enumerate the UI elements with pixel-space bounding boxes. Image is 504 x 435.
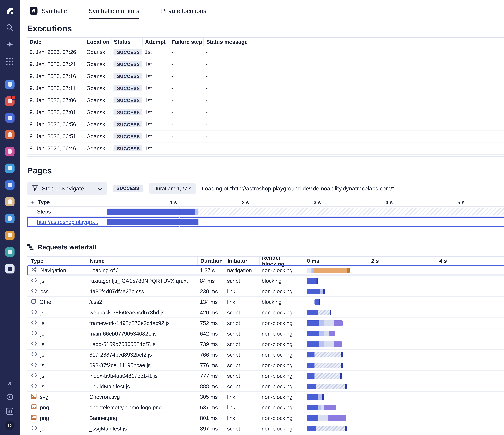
executions-cell: SUCCESS: [111, 85, 142, 91]
expand-sidebar-icon[interactable]: »: [5, 378, 15, 388]
user-avatar[interactable]: D: [5, 421, 15, 430]
request-timing-bar: [307, 415, 346, 421]
waterfall-row[interactable]: js_buildManifest.js888 msscriptnon-block…: [27, 381, 504, 392]
bar-segment: [324, 320, 334, 326]
bar-segment: [347, 268, 350, 273]
notification-dot: [11, 95, 16, 100]
waterfall-tick-label: 0 ms: [307, 257, 319, 265]
request-duration-cell: 305 ms: [198, 394, 225, 400]
funnel-icon: [32, 185, 38, 192]
app-icon-problems[interactable]: [5, 96, 15, 106]
plus-icon[interactable]: +: [31, 199, 35, 206]
timeline-row[interactable]: http://astroshop.playgro...: [27, 217, 504, 227]
request-render-blocking-cell: non-blocking: [259, 267, 304, 273]
ai-sparkle-icon[interactable]: [5, 39, 15, 49]
request-render-blocking-cell: non-blocking: [259, 288, 304, 295]
request-timing-cell: [304, 413, 504, 423]
sidebar-app-icons: [5, 79, 15, 274]
dynatrace-logo[interactable]: [5, 6, 15, 16]
pages-timeline-table: + Type 1 s2 s3 s4 s5 s6 s7 s8 s9 s Steps…: [27, 198, 504, 227]
waterfall-row[interactable]: pngBanner.png801 mslinknon-blocking: [27, 413, 504, 424]
bar-segment: [318, 310, 330, 315]
waterfall-gridline: [375, 329, 375, 339]
waterfall-gridline: [375, 318, 375, 328]
bar-segment: [315, 299, 319, 305]
usage-chart-icon[interactable]: [5, 406, 15, 416]
table-row[interactable]: 9. Jan. 2026, 06:56GdanskSUCCESS1st--1,1…: [27, 118, 504, 130]
waterfall-row[interactable]: jswebpack-38f60eae5cd673bd.js420 msscrip…: [27, 307, 504, 318]
executions-cell: 1st: [142, 121, 169, 127]
waterfall-row[interactable]: jsindex-b9b4aa04817ec141.js777 msscriptn…: [27, 371, 504, 381]
table-row[interactable]: 9. Jan. 2026, 07:26GdanskSUCCESS1st--1,1…: [27, 46, 504, 58]
table-row[interactable]: 9. Jan. 2026, 07:16GdanskSUCCESS1st--1,2…: [27, 70, 504, 82]
waterfall-row[interactable]: jsruxitagentjs_ICA15789NPQRTUVXfqrux_...…: [27, 276, 504, 286]
waterfall-row[interactable]: js_app-5159b75365824bf7.js739 msscriptno…: [27, 339, 504, 350]
waterfall-row[interactable]: jsframework-1492b273e2c4ac92.js752 msscr…: [27, 318, 504, 329]
request-timing-cell: [304, 286, 504, 296]
app-icon-observability[interactable]: [5, 79, 15, 89]
bar-segment: [328, 415, 346, 421]
app-icon-storage[interactable]: [5, 214, 15, 223]
app-icon-cloud[interactable]: [5, 197, 15, 207]
waterfall-row[interactable]: js817-23874bcd8932bcf2.js766 msscriptnon…: [27, 350, 504, 360]
waterfall-col-header: Name: [87, 257, 198, 265]
app-icon-kubernetes[interactable]: [5, 113, 15, 123]
request-render-blocking-cell: non-blocking: [259, 309, 304, 316]
table-row[interactable]: 9. Jan. 2026, 07:21GdanskSUCCESS1st--1,2…: [27, 58, 504, 70]
app-icon-workflows[interactable]: [5, 230, 15, 240]
app-icon-services[interactable]: [5, 147, 15, 156]
waterfall-row[interactable]: js_ssgManifest.js897 msscriptnon-blockin…: [27, 423, 504, 434]
waterfall-row[interactable]: NavigationLoading of /1,27 snavigationno…: [27, 265, 504, 276]
step-filter-dropdown[interactable]: Step 1: Navigate: [27, 182, 107, 195]
request-timing-bar: [307, 405, 336, 410]
app-root: »D Synthetic Synthetic monitors Private …: [0, 0, 504, 435]
request-type-cell: svg: [27, 394, 87, 400]
waterfall-row[interactable]: svgChevron.svg305 mslinknon-blocking: [27, 392, 504, 402]
app-icon-services-glyph: [5, 147, 15, 156]
bar-segment: [307, 310, 318, 315]
executions-col-header: Attempt: [142, 38, 169, 46]
page-url-link[interactable]: http://astroshop.playgro...: [37, 219, 98, 225]
table-row[interactable]: 9. Jan. 2026, 07:06GdanskSUCCESS1st--1,2…: [27, 94, 504, 106]
tab-private-locations[interactable]: Private locations: [161, 7, 206, 14]
waterfall-row[interactable]: pngopentelemetry-demo-logo.png537 mslink…: [27, 402, 504, 413]
waterfall-row[interactable]: js698-87f2ce111195bcae.js776 msscriptnon…: [27, 360, 504, 371]
table-row[interactable]: 9. Jan. 2026, 07:11GdanskSUCCESS1st--1,2…: [27, 82, 504, 94]
synthetic-app-icon: [30, 7, 37, 15]
app-icon-web[interactable]: [5, 180, 15, 190]
table-row[interactable]: 9. Jan. 2026, 07:01GdanskSUCCESS1st--1,1…: [27, 106, 504, 118]
executions-cell: 1st: [142, 109, 169, 115]
request-type-cell: js: [27, 341, 87, 347]
waterfall-title: Requests waterfall: [37, 243, 96, 251]
table-row[interactable]: 9. Jan. 2026, 06:51GdanskSUCCESS1st--1,3…: [27, 130, 504, 143]
app-icon-security[interactable]: [5, 130, 15, 139]
request-render-blocking-cell: non-blocking: [259, 426, 304, 432]
waterfall-row[interactable]: css4a86f4d07dfbe27c.css230 mslinknon-blo…: [27, 286, 504, 297]
request-timing-bar: [307, 289, 325, 294]
app-icon-database[interactable]: [5, 247, 15, 257]
executions-cell: Gdansk: [84, 145, 111, 151]
topnav-tabs: Synthetic monitors Private locations: [89, 7, 206, 14]
timeline-gridline: [323, 217, 323, 227]
page-loading-label: Loading of "http://astroshop.playground-…: [202, 185, 394, 192]
app-icon-infrastructure[interactable]: [5, 163, 15, 173]
bar-segment: [320, 289, 323, 294]
request-duration-cell: 739 ms: [198, 341, 225, 347]
timeline-row[interactable]: Steps: [27, 207, 504, 217]
bar-segment: [316, 278, 319, 284]
search-icon[interactable]: [5, 23, 15, 33]
tab-synthetic-monitors[interactable]: Synthetic monitors: [89, 7, 139, 14]
app-brand[interactable]: Synthetic: [30, 7, 67, 15]
table-row[interactable]: 9. Jan. 2026, 06:41GdanskSUCCESS1st--1,7…: [27, 155, 504, 157]
app-icon-synthetic-active[interactable]: [5, 264, 15, 274]
waterfall-row[interactable]: jsmain-66eb077905340821.js642 msscriptno…: [27, 329, 504, 339]
request-name-cell: index-b9b4aa04817ec141.js: [87, 373, 198, 379]
pages-title: Pages: [27, 166, 52, 175]
request-type-cell: png: [27, 404, 87, 410]
table-row[interactable]: 9. Jan. 2026, 06:46GdanskSUCCESS1st--1,4…: [27, 142, 504, 155]
request-type-cell: css: [27, 288, 87, 295]
waterfall-row[interactable]: Other/css2134 mslinkblocking: [27, 297, 504, 307]
help-circle-icon[interactable]: [5, 392, 15, 402]
app-grid-icon[interactable]: [5, 56, 15, 66]
request-initiator-cell: script: [225, 309, 259, 316]
